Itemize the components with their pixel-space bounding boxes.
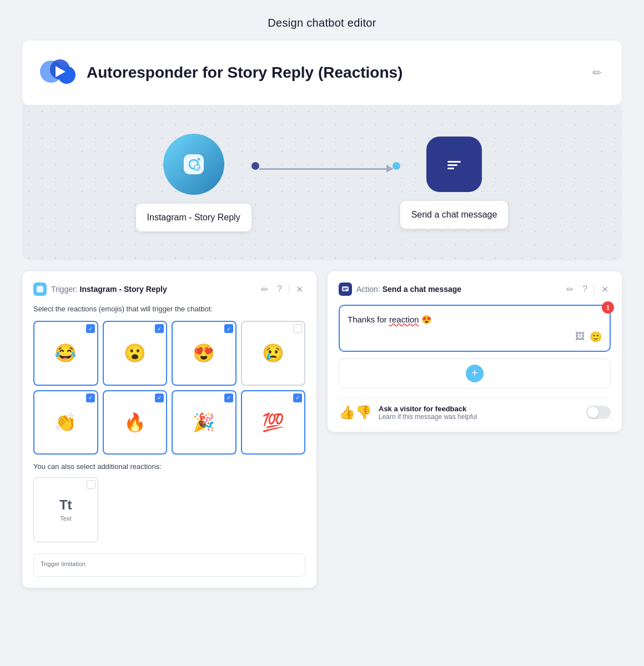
emoji-check-clap: ✓: [86, 393, 95, 402]
emoji-cell-party[interactable]: 🎉 ✓: [172, 390, 237, 455]
trigger-label: Trigger: Instagram - Story Reply: [51, 285, 167, 294]
trigger-limitation-section: Trigger limitation: [33, 553, 305, 577]
emoji-party: 🎉: [193, 412, 215, 433]
feedback-icon: 👍👎: [339, 405, 372, 420]
edit-title-button[interactable]: ✏: [590, 64, 604, 82]
action-header-divider: [594, 284, 595, 295]
svg-rect-4: [184, 154, 204, 174]
panels-row: Trigger: Instagram - Story Reply ✏ ? ✕ S…: [22, 271, 622, 588]
action-node[interactable]: Send a chat message: [400, 137, 509, 229]
trigger-section-label: Select the reactions (emojis) that will …: [33, 305, 305, 313]
action-node-label: Send a chat message: [400, 201, 509, 229]
connector-dot-right: [393, 162, 400, 170]
emoji-100: 💯: [262, 412, 284, 433]
emoji-check-fire: ✓: [155, 393, 164, 402]
emoji-cell-100[interactable]: 💯 ✓: [241, 390, 306, 455]
emoji-check-wow: ✓: [155, 324, 164, 333]
emoji-sad: 😢: [262, 342, 284, 364]
connector-dot-left: [251, 162, 259, 170]
emoji-cell-laugh[interactable]: 😂 ✓: [33, 321, 98, 386]
emoji-grid: 😂 ✓ 😮 ✓ 😍 ✓ 😢 👏 ✓ 🔥 ✓: [33, 321, 305, 455]
message-tools: 🖼 🙂: [348, 331, 602, 343]
add-icon: +: [471, 367, 478, 380]
add-message-container[interactable]: +: [339, 359, 611, 389]
trigger-panel-icon: [33, 282, 47, 296]
emoji-check-party: ✓: [224, 393, 233, 402]
text-option-label: Text: [60, 515, 71, 522]
bot-logo: [40, 54, 76, 92]
flow-connector: [251, 162, 400, 203]
action-panel-header: Action: Send a chat message ✏ ? ✕: [339, 282, 611, 296]
trigger-help-button[interactable]: ?: [275, 283, 284, 295]
trigger-edit-button[interactable]: ✏: [259, 283, 270, 296]
emoji-cell-clap[interactable]: 👏 ✓: [33, 390, 98, 455]
trigger-close-button[interactable]: ✕: [294, 283, 305, 296]
svg-rect-12: [447, 168, 454, 169]
svg-rect-13: [37, 286, 43, 292]
flow-diagram: Instagram - Story Reply Send a chat mess…: [136, 134, 509, 231]
additional-options: Tt Text: [33, 477, 305, 542]
action-panel: Action: Send a chat message ✏ ? ✕ Thanks…: [328, 271, 622, 432]
action-panel-icon: [339, 282, 352, 296]
action-label: Action: Send a chat message: [356, 285, 461, 294]
trigger-header-divider: [289, 284, 289, 295]
emoji-cell-sad[interactable]: 😢: [241, 321, 306, 386]
message-badge: 1: [602, 301, 614, 314]
emoji-cell-fire[interactable]: 🔥 ✓: [103, 390, 168, 455]
additional-label: You can also select additional reactions…: [33, 462, 305, 471]
trigger-panel: Trigger: Instagram - Story Reply ✏ ? ✕ S…: [22, 271, 316, 588]
action-close-button[interactable]: ✕: [599, 283, 611, 296]
emoji-fire: 🔥: [124, 412, 146, 433]
svg-rect-17: [343, 290, 346, 291]
svg-point-8: [197, 167, 200, 170]
trigger-node-icon: [163, 134, 224, 195]
trigger-panel-actions: ✏ ? ✕: [259, 283, 305, 296]
emoji-clap: 👏: [54, 412, 77, 433]
feedback-text: Ask a visitor for feedback Learn if this…: [379, 405, 477, 421]
flow-canvas: Instagram - Story Reply Send a chat mess…: [22, 105, 622, 260]
connector-line: [259, 168, 393, 170]
svg-rect-16: [343, 288, 348, 289]
svg-point-6: [197, 158, 200, 160]
emoji-check-100: ✓: [293, 393, 302, 402]
emoji-laugh: 😂: [54, 342, 77, 364]
action-edit-button[interactable]: ✏: [564, 283, 576, 296]
emoji-check-love: ✓: [224, 324, 233, 333]
emoji-cell-wow[interactable]: 😮 ✓: [103, 321, 168, 386]
action-help-button[interactable]: ?: [580, 283, 590, 295]
action-node-icon: [426, 137, 482, 192]
message-text: Thanks for reaction 😍: [348, 314, 602, 326]
header-card: Autoresponder for Story Reply (Reactions…: [22, 41, 622, 105]
message-text-reaction: reaction: [389, 315, 419, 324]
svg-rect-11: [447, 164, 457, 166]
add-message-button[interactable]: +: [466, 365, 484, 382]
action-panel-actions: ✏ ? ✕: [564, 283, 611, 296]
trigger-panel-header: Trigger: Instagram - Story Reply ✏ ? ✕: [33, 282, 305, 296]
emoji-wow: 😮: [124, 342, 146, 364]
header-title: Autoresponder for Story Reply (Reactions…: [87, 64, 579, 82]
text-option-check: [87, 480, 95, 489]
emoji-check-sad: [293, 324, 302, 333]
page-title: Design chatbot editor: [0, 0, 644, 41]
emoji-cell-love[interactable]: 😍 ✓: [172, 321, 237, 386]
message-tool-image[interactable]: 🖼: [575, 331, 585, 343]
text-option-cell[interactable]: Tt Text: [33, 477, 98, 542]
text-option-icon: Tt: [59, 497, 72, 513]
trigger-limit-label: Trigger limitation: [41, 561, 298, 567]
message-box[interactable]: Thanks for reaction 😍 1 🖼 🙂: [339, 305, 611, 352]
feedback-toggle[interactable]: [586, 406, 611, 419]
svg-point-2: [58, 66, 76, 84]
feedback-title: Ask a visitor for feedback: [379, 405, 477, 413]
emoji-love: 😍: [193, 342, 215, 364]
emoji-check-laugh: ✓: [86, 324, 95, 333]
feedback-row: 👍👎 Ask a visitor for feedback Learn if t…: [339, 397, 611, 421]
trigger-node-label: Instagram - Story Reply: [136, 204, 251, 231]
svg-rect-10: [447, 161, 461, 163]
message-tool-emoji[interactable]: 🙂: [590, 331, 602, 343]
trigger-node[interactable]: Instagram - Story Reply: [136, 134, 251, 231]
feedback-subtitle: Learn if this message was helpful: [379, 413, 477, 421]
